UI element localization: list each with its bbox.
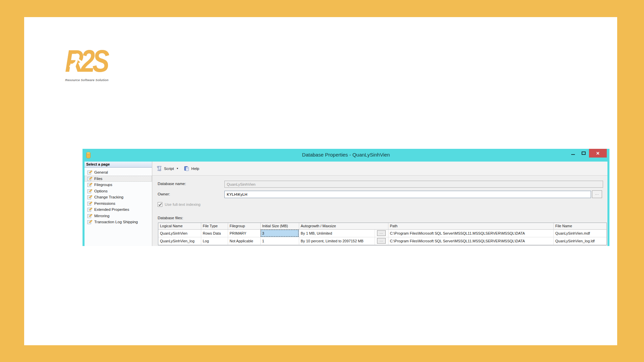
dialog-titlebar[interactable]: Database Properties - QuanLySinhVien ✕ — [83, 149, 609, 162]
script-button-label: Script — [164, 167, 174, 171]
sidebar-item-label: General — [94, 170, 108, 174]
content-panel: R2S Resource Software Solution Database … — [24, 17, 617, 345]
col-path: Path — [388, 223, 553, 229]
sidebar-list: General Files — [85, 168, 152, 225]
cell-autogrowth[interactable]: By 10 percent, Limited to 2097152 MB — [299, 237, 375, 245]
cell-path[interactable]: C:\Program Files\Microsoft SQL Server\MS… — [388, 229, 553, 237]
page-selector-sidebar: Select a page General — [85, 162, 152, 246]
property-page-icon — [87, 189, 93, 193]
col-initial-size: Initial Size (MB) — [260, 223, 299, 229]
sidebar-item-label: Transaction Log Shipping — [94, 220, 138, 224]
checkmark-icon — [158, 203, 162, 206]
col-file-name: File Name — [553, 223, 606, 229]
cell-autogrowth-browse: ... — [375, 237, 388, 245]
property-page-icon — [87, 195, 93, 199]
dialog-main-pane: Script ▼ Help Database name — [152, 162, 607, 246]
property-page-icon — [87, 214, 93, 218]
cell-initial-size[interactable]: 1 — [260, 237, 299, 245]
maximize-icon — [582, 152, 586, 155]
sidebar-item-label: Options — [94, 189, 108, 193]
database-file-row: QuanLySinhVien Rows Data PRIMARY 3 By 1 … — [158, 229, 606, 237]
cell-file-type[interactable]: Log — [201, 237, 228, 245]
window-controls: ✕ — [568, 149, 607, 158]
property-page-icon — [87, 176, 93, 181]
fulltext-row: Use full-text indexing — [158, 202, 201, 207]
database-files-label: Database files: — [158, 216, 183, 220]
sidebar-item-label: Filegroups — [94, 183, 112, 187]
property-page-icon — [87, 220, 93, 224]
database-file-row: QuanLySinhVien_log Log Not Applicable 1 … — [158, 237, 606, 245]
owner-label: Owner: — [158, 192, 170, 196]
sidebar-page-item[interactable]: Permissions — [85, 200, 152, 207]
owner-browse-button[interactable]: ... — [592, 190, 602, 198]
sidebar-header: Select a page — [85, 162, 152, 168]
sidebar-page-item[interactable]: Transaction Log Shipping — [85, 219, 152, 225]
script-button[interactable]: Script ▼ — [155, 165, 180, 172]
help-icon — [184, 166, 190, 171]
sidebar-page-item[interactable]: Change Tracking — [85, 194, 152, 200]
close-icon: ✕ — [596, 151, 600, 156]
sidebar-item-label: Extended Properties — [94, 207, 129, 212]
cell-path[interactable]: C:\Program Files\Microsoft SQL Server\MS… — [388, 237, 553, 245]
cell-file-name[interactable]: QuanLySinhVien.mdf — [553, 229, 606, 237]
col-filegroup: Filegroup — [228, 223, 260, 229]
sidebar-item-label: Files — [94, 177, 102, 181]
database-properties-dialog: Database Properties - QuanLySinhVien ✕ S… — [83, 149, 609, 246]
sidebar-page-item[interactable]: Extended Properties — [85, 206, 152, 213]
sidebar-item-label: Permissions — [94, 201, 115, 205]
fulltext-label: Use full-text indexing — [165, 202, 201, 206]
col-logical-name: Logical Name — [158, 223, 201, 229]
sidebar-item-label: Mirroring — [94, 214, 109, 218]
property-page-icon — [87, 182, 93, 187]
minimize-button[interactable] — [568, 149, 578, 158]
sidebar-page-item[interactable]: Filegroups — [85, 182, 152, 188]
autogrowth-browse-button[interactable]: ... — [377, 230, 386, 236]
grid-header-row: Logical Name File Type Filegroup Initial… — [158, 223, 606, 229]
cell-logical-name[interactable]: QuanLySinhVien — [158, 229, 201, 237]
col-autogrowth: Autogrowth / Maxsize — [299, 223, 388, 229]
cell-autogrowth[interactable]: By 1 MB, Unlimited — [299, 229, 375, 237]
maximize-button[interactable] — [578, 149, 589, 158]
sidebar-item-label: Change Tracking — [94, 195, 123, 199]
cell-logical-name[interactable]: QuanLySinhVien_log — [158, 237, 201, 245]
cell-filegroup[interactable]: Not Applicable — [228, 237, 260, 245]
dialog-toolbar: Script ▼ Help — [152, 162, 607, 176]
database-name-label: Database name: — [158, 182, 186, 186]
help-button[interactable]: Help — [182, 165, 201, 172]
files-page-form: Database name: Owner: ... Use full-text … — [152, 176, 607, 246]
script-dropdown-icon[interactable]: ▼ — [176, 167, 178, 170]
r2s-logo: R2S Resource Software Solution — [65, 47, 132, 82]
property-page-icon — [87, 201, 93, 206]
cell-filegroup[interactable]: PRIMARY — [228, 229, 260, 237]
cell-autogrowth-browse: ... — [375, 229, 388, 237]
sidebar-page-item[interactable]: Mirroring — [85, 213, 152, 219]
cell-initial-size[interactable]: 3 — [260, 229, 299, 237]
database-name-field — [224, 181, 603, 188]
help-button-label: Help — [191, 167, 199, 171]
sidebar-page-item[interactable]: Files — [85, 176, 152, 182]
dialog-body: Select a page General — [85, 162, 607, 246]
property-page-icon — [87, 170, 93, 175]
property-page-icon — [87, 207, 93, 212]
database-files-grid: Logical Name File Type Filegroup Initial… — [158, 223, 607, 245]
script-icon — [157, 166, 162, 171]
r2s-logo-mark: R2S — [65, 47, 132, 77]
logo-person-icon — [66, 51, 89, 75]
fulltext-checkbox — [158, 202, 162, 207]
dialog-title: Database Properties - QuanLySinhVien — [83, 149, 609, 162]
logo-tagline: Resource Software Solution — [65, 78, 132, 82]
sidebar-page-item[interactable]: General — [85, 169, 152, 176]
cell-file-type[interactable]: Rows Data — [201, 229, 228, 237]
autogrowth-browse-button[interactable]: ... — [377, 238, 386, 244]
minimize-icon — [571, 154, 575, 155]
close-button[interactable]: ✕ — [589, 149, 607, 158]
cell-file-name[interactable]: QuanLySinhVien_log.ldf — [553, 237, 606, 245]
sidebar-page-item[interactable]: Options — [85, 188, 152, 194]
col-file-type: File Type — [201, 223, 228, 229]
owner-field[interactable] — [224, 191, 591, 198]
